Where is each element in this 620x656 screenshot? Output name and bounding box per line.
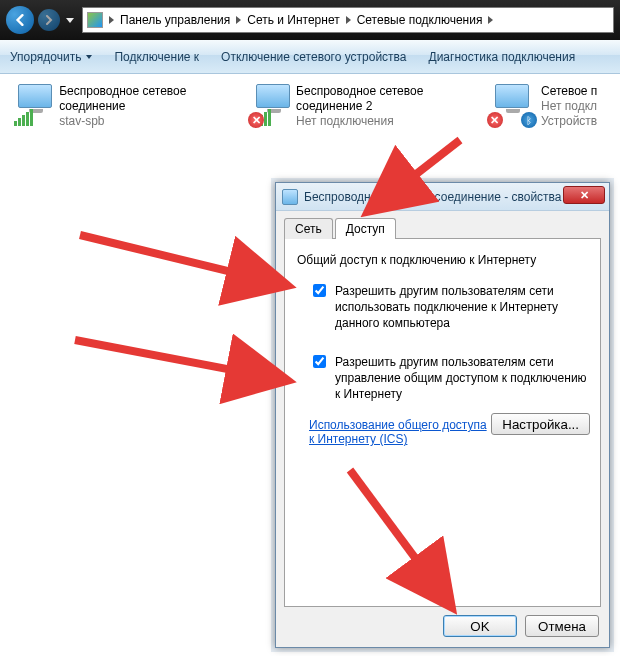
dialog-button-row: OK Отмена [284,607,601,639]
ics-help-link[interactable]: Использование общего доступа к Интернету… [309,418,489,446]
ok-button[interactable]: OK [443,615,517,637]
group-title: Общий доступ к подключению к Интернету [297,253,590,267]
tab-strip: Сеть Доступ [284,218,601,239]
adapter-sub: stav-spb [59,114,234,129]
adapter-icon [14,84,53,124]
adapter-text: Беспроводное сетевое соединение stav-spb [59,84,234,129]
cmd-disable[interactable]: Отключение сетевого устройства [221,50,406,64]
nav-history-dropdown[interactable] [66,18,74,23]
command-bar: Упорядочить Подключение к Отключение сет… [0,40,620,74]
dialog-icon [282,189,298,205]
adapter-item[interactable]: ✕ Беспроводное сетевое соединение 2 Нет … [252,84,472,129]
address-icon [87,12,103,28]
nav-forward-button[interactable] [38,9,60,31]
nav-back-button[interactable] [6,6,34,34]
dialog-title-text: Беспроводное сетевое соединение - свойст… [304,190,562,204]
adapter-title: Беспроводное сетевое соединение [59,84,234,114]
wifi-signal-icon [14,109,33,126]
cmd-diagnose[interactable]: Диагностика подключения [429,50,576,64]
breadcrumb-sep-icon [488,16,493,24]
settings-button[interactable]: Настройка... [491,413,590,435]
breadcrumb-sep-icon [236,16,241,24]
adapter-text: Сетевое п Нет подкл Устройств [541,84,597,129]
tab-network[interactable]: Сеть [284,218,333,239]
adapter-sub: Нет подкл [541,99,597,114]
cmd-disable-label: Отключение сетевого устройства [221,50,406,64]
checkbox-allow-share[interactable]: Разрешить другим пользователям сети испо… [309,283,590,332]
adapter-sub: Нет подключения [296,114,473,129]
checkbox-allow-share-label: Разрешить другим пользователям сети испо… [335,283,590,332]
checkbox-allow-control-label: Разрешить другим пользователям сети упра… [335,354,590,403]
checkbox-allow-share-input[interactable] [313,284,326,297]
breadcrumb-part[interactable]: Сетевые подключения [357,13,483,27]
adapter-sub: Устройств [541,114,597,129]
breadcrumb-part[interactable]: Панель управления [120,13,230,27]
cancel-button[interactable]: Отмена [525,615,599,637]
cmd-connect[interactable]: Подключение к [114,50,199,64]
cmd-diagnose-label: Диагностика подключения [429,50,576,64]
adapters-panel: Беспроводное сетевое соединение stav-spb… [0,74,620,139]
cmd-organize[interactable]: Упорядочить [10,50,92,64]
dialog-titlebar[interactable]: Беспроводное сетевое соединение - свойст… [276,183,609,211]
adapter-title: Сетевое п [541,84,597,99]
breadcrumb-part[interactable]: Сеть и Интернет [247,13,339,27]
dropdown-icon [86,55,92,59]
breadcrumb-sep-icon [109,16,114,24]
cmd-connect-label: Подключение к [114,50,199,64]
address-bar[interactable]: Панель управления Сеть и Интернет Сетевы… [82,7,614,33]
cmd-organize-label: Упорядочить [10,50,81,64]
adapter-icon: ✕ ᛒ [491,84,535,124]
adapter-item[interactable]: Беспроводное сетевое соединение stav-spb [14,84,234,129]
tab-panel: Общий доступ к подключению к Интернету Р… [284,238,601,607]
dialog-body: Сеть Доступ Общий доступ к подключению к… [276,211,609,647]
explorer-navbar: Панель управления Сеть и Интернет Сетевы… [0,0,620,40]
adapter-title: Беспроводное сетевое соединение 2 [296,84,473,114]
breadcrumb-sep-icon [346,16,351,24]
tab-sharing[interactable]: Доступ [335,218,396,239]
adapter-text: Беспроводное сетевое соединение 2 Нет по… [296,84,473,129]
bluetooth-icon: ᛒ [521,112,537,128]
properties-dialog: Беспроводное сетевое соединение - свойст… [275,182,610,648]
checkbox-allow-control[interactable]: Разрешить другим пользователям сети упра… [309,354,590,403]
adapter-item[interactable]: ✕ ᛒ Сетевое п Нет подкл Устройств [491,84,606,129]
checkbox-allow-control-input[interactable] [313,355,326,368]
disabled-icon: ✕ [487,112,503,128]
close-button[interactable]: ✕ [563,186,605,204]
adapter-icon: ✕ [252,84,290,124]
